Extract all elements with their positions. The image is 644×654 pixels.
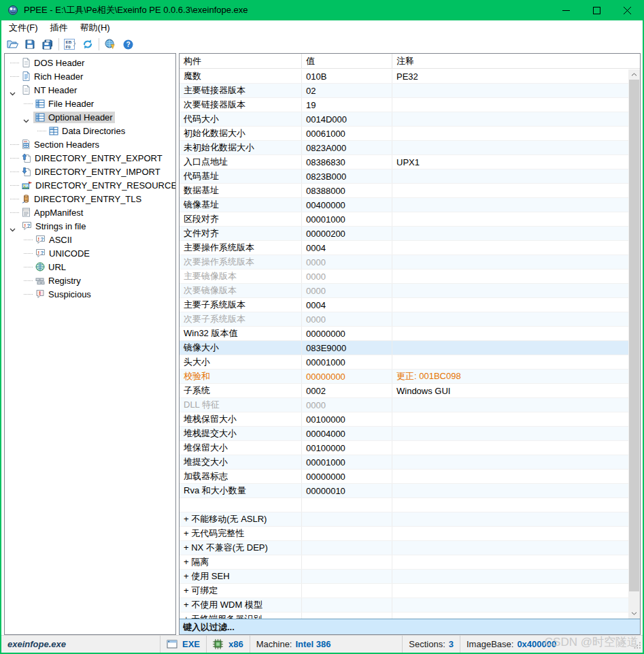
column-header-member[interactable]: 构件 [180, 54, 302, 68]
table-row[interactable]: 校验和00000000更正: 001BC098 [180, 370, 628, 384]
tree-item-section-headers[interactable]: Section Headers [5, 137, 175, 151]
scroll-up-icon[interactable] [628, 69, 640, 80]
tree-item-appmanifest[interactable]: AppManifest [5, 206, 175, 219]
table-row[interactable]: 堆栈提交大小00004000 [180, 427, 628, 441]
filter-input[interactable] [180, 619, 640, 634]
table-row[interactable]: 堆提交大小00001000 [180, 455, 628, 470]
table-row[interactable] [180, 498, 628, 512]
tree-item-directory-entry-import[interactable]: DIRECTORY_ENTRY_IMPORT [5, 165, 175, 178]
toolbar-refresh-button[interactable] [79, 37, 97, 52]
table-row[interactable]: + NX 不兼容(无 DEP) [180, 541, 628, 555]
sections-label: Sections: [409, 639, 445, 649]
toolbar-save-as-button[interactable] [39, 37, 56, 52]
tree-item-unicode[interactable]: !?UNICODE [5, 246, 175, 260]
tree-item-url[interactable]: URL [5, 260, 175, 274]
vertical-scrollbar[interactable] [628, 69, 640, 619]
table-row[interactable]: 文件对齐00000200 [180, 227, 628, 241]
column-header-value[interactable]: 值 [302, 54, 392, 68]
table-row[interactable]: 主要操作系统版本0004 [180, 241, 628, 255]
table-row[interactable]: 头大小00001000 [180, 355, 628, 370]
table-row[interactable]: + 不使用 WDM 模型 [180, 598, 628, 612]
toolbar-open-file-button[interactable] [3, 37, 21, 52]
table-row[interactable]: + 使用 SEH [180, 570, 628, 584]
table-row[interactable]: + 无终端服务器识别 [180, 612, 628, 619]
table-row[interactable]: 初始化数据大小00061000 [180, 127, 628, 141]
cell-member: + 隔离 [180, 555, 302, 569]
tree-item-ascii[interactable]: !?ASCII [5, 233, 175, 246]
menu-item-help[interactable]: 帮助(H) [74, 20, 116, 35]
maximize-button[interactable] [581, 0, 612, 20]
table-row[interactable]: Rva 和大小数量00000010 [180, 484, 628, 498]
table-row[interactable]: + 隔离 [180, 555, 628, 570]
table-row[interactable]: 入口点地址08386830UPX1 [180, 155, 628, 169]
table-row[interactable]: 次要镜像版本0000 [180, 284, 628, 298]
cell-comment [392, 584, 628, 598]
status-sections: Sections: 3 [402, 636, 460, 653]
table-row[interactable]: 子系统0002Windows GUI [180, 384, 628, 398]
tree-item-strings-in-file[interactable]: !?Strings in file [5, 219, 175, 233]
cell-comment [392, 312, 628, 326]
tree-item-rich-header[interactable]: Rich Header [5, 69, 175, 83]
tree-item-optional-header[interactable]: Optional Header [5, 110, 175, 124]
toolbar-save-button[interactable] [21, 37, 39, 52]
cell-member: 魔数 [180, 69, 302, 83]
cell-value [302, 498, 392, 512]
cell-value: 010B [302, 69, 392, 83]
table-row[interactable]: 加载器标志00000000 [180, 470, 628, 484]
tree-item-directory-entry-resource[interactable]: DIRECTORY_ENTRY_RESOURCE [5, 178, 175, 192]
cell-comment [392, 470, 628, 483]
tree-item-registry[interactable]: Registry [5, 274, 175, 287]
window-title: PPEE - E:\工具\Pe相关\Exeinfo PE 0.0.6.3\exe… [24, 4, 248, 16]
table-row[interactable]: 次要链接器版本19 [180, 98, 628, 112]
column-header-comment[interactable]: 注释 [392, 54, 628, 68]
minimize-button[interactable] [551, 0, 581, 20]
table-row[interactable]: + 无代码完整性 [180, 527, 628, 541]
menu-item-plugins[interactable]: 插件 [44, 20, 74, 35]
table-row[interactable]: + 可绑定 [180, 584, 628, 598]
table-row[interactable]: 主要子系统版本0004 [180, 298, 628, 312]
tree-item-file-header[interactable]: File Header [5, 97, 175, 110]
tree-item-label: File Header [48, 99, 94, 109]
registry-icon [35, 276, 45, 285]
toolbar-update-check-button[interactable] [101, 37, 119, 52]
table-row[interactable]: 镜像基址00400000 [180, 198, 628, 212]
cell-member: 堆提交大小 [180, 455, 302, 469]
toolbar-help-button[interactable]: ? [119, 37, 137, 52]
table-row[interactable]: 魔数010BPE32 [180, 69, 628, 84]
table-row[interactable]: 代码大小0014D000 [180, 112, 628, 127]
menu-item-file[interactable]: 文件(F) [3, 20, 44, 35]
table-row[interactable]: 主要镜像版本0000 [180, 269, 628, 284]
table-row[interactable]: 次要操作系统版本0000 [180, 255, 628, 269]
tree-connector [10, 199, 19, 199]
table-row[interactable]: DLL 特征0000 [180, 398, 628, 412]
save-icon [25, 39, 35, 49]
tree-item-label: Data Directories [62, 126, 125, 136]
table-row[interactable]: + 不能移动(无 ASLR) [180, 512, 628, 527]
table-row[interactable]: 堆栈保留大小00100000 [180, 412, 628, 427]
table-row[interactable]: 主要链接器版本02 [180, 84, 628, 98]
table-row[interactable]: 代码基址0823B000 [180, 169, 628, 184]
svg-text:!: ! [39, 290, 41, 297]
close-button[interactable] [612, 0, 643, 20]
cell-member: 未初始化数据大小 [180, 141, 302, 154]
tree-item-suspicious[interactable]: !Suspicious [5, 287, 175, 301]
cell-value: 00000000 [302, 327, 392, 340]
scrollbar-thumb[interactable] [629, 80, 639, 591]
tree-item-dos-header[interactable]: DOS Header [5, 56, 175, 69]
svg-text:F0: F0 [66, 44, 71, 49]
tree-item-nt-header[interactable]: NT Header [5, 83, 175, 97]
table-row[interactable]: 数据基址08388000 [180, 184, 628, 198]
tree-item-directory-entry-export[interactable]: DIRECTORY_ENTRY_EXPORT [5, 151, 175, 165]
table-row[interactable]: 镜像大小083E9000 [180, 341, 628, 355]
toolbar-byte-viewer-button[interactable]: EBF0 [61, 37, 79, 52]
tree-item-directory-entry-tls[interactable]: DIRECTORY_ENTRY_TLS [5, 192, 175, 206]
open-file-icon [7, 39, 18, 49]
table-row[interactable]: 区段对齐00001000 [180, 212, 628, 227]
table-row[interactable]: 堆保留大小00100000 [180, 441, 628, 455]
table-row[interactable]: Win32 版本值00000000 [180, 327, 628, 341]
scroll-down-icon[interactable] [628, 608, 640, 619]
resize-grip[interactable] [633, 641, 641, 651]
table-row[interactable]: 未初始化数据大小0823A000 [180, 141, 628, 155]
table-row[interactable]: 次要子系统版本0000 [180, 312, 628, 327]
tree-item-data-directories[interactable]: Data Directories [5, 124, 175, 137]
